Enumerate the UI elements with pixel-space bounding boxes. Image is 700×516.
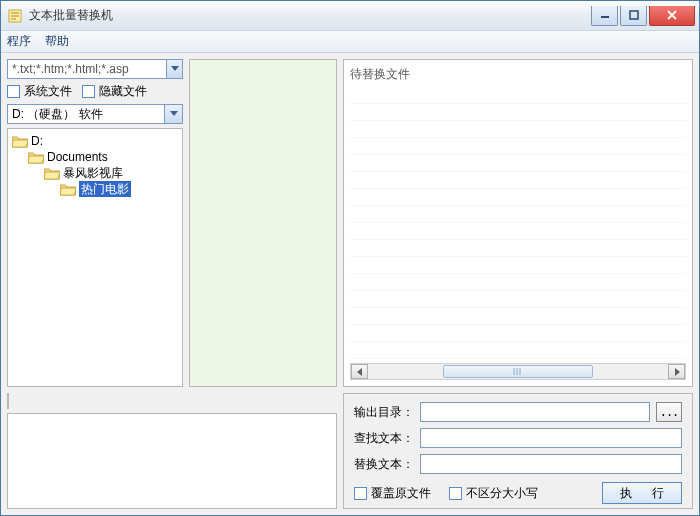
status-bar [7, 393, 9, 409]
file-list[interactable] [350, 87, 686, 359]
scroll-left-button[interactable] [351, 364, 368, 379]
ignorecase-label: 不区分大小写 [466, 485, 538, 502]
scroll-right-button[interactable] [668, 364, 685, 379]
tree-label: 热门电影 [79, 181, 131, 197]
folder-tree[interactable]: D: Documents 暴风影视库 [7, 128, 183, 387]
drive-dropdown-button[interactable] [165, 104, 183, 124]
maximize-button[interactable] [620, 6, 647, 26]
log-panel[interactable] [7, 413, 337, 509]
hiddenfiles-label: 隐藏文件 [99, 83, 147, 100]
outdir-row: 输出目录： ... [354, 402, 682, 422]
outdir-label: 输出目录： [354, 404, 414, 421]
file-attr-row: 系统文件 隐藏文件 [7, 83, 183, 100]
replace-row: 替换文本： [354, 454, 682, 474]
tree-label: D: [31, 133, 43, 149]
execute-button[interactable]: 执 行 [602, 482, 682, 504]
ignorecase-checkbox[interactable]: 不区分大小写 [449, 485, 538, 502]
main-window: 文本批量替换机 程序 帮助 系统文件 隐藏文件 [0, 0, 700, 516]
menu-program[interactable]: 程序 [7, 33, 31, 50]
checkbox-icon [354, 487, 367, 500]
find-input[interactable] [420, 428, 682, 448]
overwrite-label: 覆盖原文件 [371, 485, 431, 502]
file-list-header: 待替换文件 [350, 66, 686, 83]
tree-node-root[interactable]: D: [12, 133, 178, 149]
drive-select[interactable]: D: （硬盘） 软件 [7, 104, 165, 124]
horizontal-scrollbar[interactable] [350, 363, 686, 380]
outdir-input[interactable] [420, 402, 650, 422]
checkbox-icon [449, 487, 462, 500]
scroll-thumb[interactable] [443, 365, 593, 378]
checkbox-icon [82, 85, 95, 98]
find-label: 查找文本： [354, 430, 414, 447]
sysfiles-checkbox[interactable]: 系统文件 [7, 83, 72, 100]
close-button[interactable] [649, 6, 695, 26]
client-area: 系统文件 隐藏文件 D: （硬盘） 软件 D: [1, 53, 699, 515]
lower-left-group [7, 393, 337, 509]
action-row: 覆盖原文件 不区分大小写 执 行 [354, 482, 682, 504]
titlebar[interactable]: 文本批量替换机 [1, 1, 699, 31]
tree-node[interactable]: 暴风影视库 [12, 165, 178, 181]
window-title: 文本批量替换机 [29, 7, 589, 24]
hiddenfiles-checkbox[interactable]: 隐藏文件 [82, 83, 147, 100]
checkbox-icon [7, 85, 20, 98]
sysfiles-label: 系统文件 [24, 83, 72, 100]
tree-label: Documents [47, 149, 108, 165]
drive-label: D: （硬盘） 软件 [12, 106, 103, 123]
app-icon [7, 8, 23, 24]
folder-open-icon [44, 167, 60, 180]
upper-pane: 系统文件 隐藏文件 D: （硬盘） 软件 D: [7, 59, 693, 387]
replace-input[interactable] [420, 454, 682, 474]
replace-label: 替换文本： [354, 456, 414, 473]
overwrite-checkbox[interactable]: 覆盖原文件 [354, 485, 431, 502]
scroll-track[interactable] [368, 364, 668, 379]
filter-row [7, 59, 183, 79]
left-panel: 系统文件 隐藏文件 D: （硬盘） 软件 D: [7, 59, 183, 387]
svg-rect-2 [630, 11, 638, 19]
drive-row: D: （硬盘） 软件 [7, 104, 183, 124]
minimize-button[interactable] [591, 6, 618, 26]
tree-node-selected[interactable]: 热门电影 [12, 181, 178, 197]
filter-dropdown-button[interactable] [167, 59, 183, 79]
menu-help[interactable]: 帮助 [45, 33, 69, 50]
browse-button[interactable]: ... [656, 402, 682, 422]
find-row: 查找文本： [354, 428, 682, 448]
folder-open-icon [12, 135, 28, 148]
file-list-panel: 待替换文件 [343, 59, 693, 387]
folder-open-icon [28, 151, 44, 164]
window-controls [589, 6, 695, 26]
tree-node[interactable]: Documents [12, 149, 178, 165]
preview-panel [189, 59, 337, 387]
lower-pane: 输出目录： ... 查找文本： 替换文本： 覆盖原文件 不区分大小写 执 行 [7, 393, 693, 509]
tree-label: 暴风影视库 [63, 165, 123, 181]
menubar: 程序 帮助 [1, 31, 699, 53]
form-panel: 输出目录： ... 查找文本： 替换文本： 覆盖原文件 不区分大小写 执 行 [343, 393, 693, 509]
folder-open-icon [60, 183, 76, 196]
file-filter-input[interactable] [7, 59, 167, 79]
